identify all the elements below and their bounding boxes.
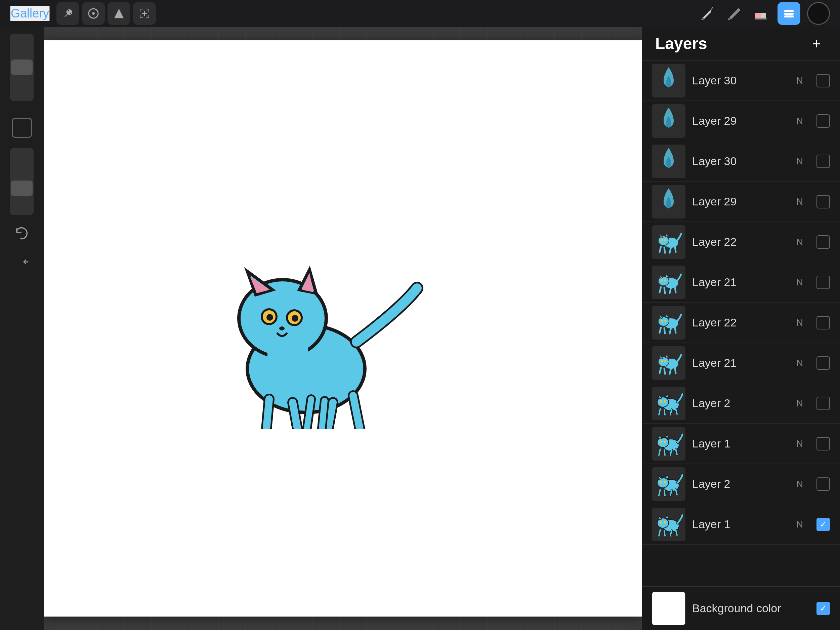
layer-item[interactable]: Layer 30 N: [642, 60, 840, 101]
layer-visibility-checkbox[interactable]: [816, 155, 830, 168]
layer-item[interactable]: Layer 1 N: [642, 504, 840, 545]
brush-size-slider[interactable]: [10, 33, 33, 101]
svg-point-75: [657, 437, 669, 448]
eraser-tool-button[interactable]: [751, 3, 771, 24]
layer-name: Layer 29: [692, 195, 789, 208]
svg-point-101: [664, 481, 666, 483]
layer-blend-mode: N: [796, 277, 803, 288]
left-sidebar: [0, 27, 44, 630]
svg-rect-14: [267, 342, 308, 369]
layers-header: Layers +: [642, 27, 840, 60]
layer-visibility-checkbox[interactable]: [816, 397, 830, 410]
color-picker-button[interactable]: [807, 2, 830, 25]
svg-point-48: [661, 320, 663, 322]
background-color-row[interactable]: Background color: [642, 586, 840, 630]
layer-blend-mode: N: [796, 398, 803, 409]
layer-thumbnail: [652, 427, 685, 461]
layer-visibility-toggle[interactable]: [12, 118, 32, 138]
opacity-slider[interactable]: [10, 148, 33, 215]
layer-visibility-checkbox[interactable]: [816, 74, 830, 87]
layer-name: Layer 22: [692, 235, 789, 249]
layer-item[interactable]: Layer 29 N: [642, 101, 840, 141]
svg-rect-3: [755, 13, 761, 19]
svg-point-31: [658, 276, 669, 286]
svg-point-16: [267, 314, 273, 321]
eraser-icon: [753, 6, 768, 21]
adjustments-icon: [87, 7, 99, 19]
background-color-label: Background color: [692, 602, 810, 615]
selection-button[interactable]: [107, 2, 130, 25]
add-layer-button[interactable]: +: [807, 33, 827, 54]
layers-panel-button[interactable]: [777, 2, 801, 25]
layer-blend-mode: N: [796, 519, 803, 530]
background-color-checkbox[interactable]: [816, 602, 830, 615]
layer-name: Layer 2: [692, 397, 789, 410]
layer-item[interactable]: Layer 30 N: [642, 141, 840, 182]
svg-marker-76: [658, 435, 662, 439]
layer-thumbnail: [652, 346, 685, 380]
transform-button[interactable]: [133, 2, 156, 25]
svg-point-86: [660, 440, 662, 443]
layer-visibility-checkbox[interactable]: [816, 477, 830, 491]
svg-point-89: [657, 478, 669, 488]
svg-marker-23: [666, 233, 668, 237]
redo-button[interactable]: [14, 252, 29, 270]
layer-item[interactable]: Layer 21 N: [642, 262, 840, 302]
layer-thumbnail: [652, 225, 685, 259]
layer-item[interactable]: Layer 2 N: [642, 383, 840, 424]
layers-panel: Layers + Layer 30 N Layer 29 N Layer 30 …: [642, 27, 840, 630]
svg-marker-43: [666, 314, 668, 317]
brush-icon: [699, 6, 714, 21]
layer-visibility-checkbox[interactable]: [816, 235, 830, 249]
svg-line-35: [664, 288, 665, 293]
layer-name: Layer 21: [692, 275, 789, 289]
layer-thumbnail: [652, 104, 685, 138]
layer-item[interactable]: Layer 29 N: [642, 182, 840, 222]
layer-name: Layer 2: [692, 477, 789, 491]
layer-item[interactable]: Layer 22 N: [642, 222, 840, 262]
selection-icon: [113, 7, 125, 19]
brush-tool-button[interactable]: [697, 3, 717, 24]
layer-blend-mode: N: [796, 196, 803, 207]
layer-visibility-checkbox[interactable]: [816, 275, 830, 289]
transform-icon: [139, 7, 150, 19]
svg-marker-104: [658, 516, 662, 520]
layer-visibility-checkbox[interactable]: [816, 518, 830, 531]
gallery-button[interactable]: Gallery: [10, 6, 50, 21]
smudge-tool-button[interactable]: [724, 3, 744, 24]
layer-item[interactable]: Layer 22 N: [642, 302, 840, 343]
layer-visibility-checkbox[interactable]: [816, 114, 830, 128]
adjustments-button[interactable]: [82, 2, 105, 25]
svg-line-67: [664, 410, 665, 415]
layer-visibility-checkbox[interactable]: [816, 316, 830, 329]
smudge-icon: [726, 6, 741, 21]
svg-line-109: [664, 530, 665, 536]
undo-button[interactable]: [13, 225, 30, 245]
layer-item[interactable]: Layer 2 N: [642, 464, 840, 504]
layer-name: Layer 22: [692, 316, 789, 329]
layer-blend-mode: N: [796, 317, 803, 328]
svg-rect-6: [784, 13, 794, 15]
layer-thumbnail: [652, 386, 685, 420]
layer-thumbnail: [652, 467, 685, 501]
layer-thumbnail: [652, 144, 685, 178]
layer-visibility-checkbox[interactable]: [816, 195, 830, 209]
svg-point-38: [661, 279, 663, 282]
settings-button[interactable]: [57, 2, 79, 25]
svg-point-21: [658, 236, 669, 245]
svg-rect-5: [784, 10, 794, 12]
svg-point-41: [658, 317, 669, 326]
layer-visibility-checkbox[interactable]: [816, 356, 830, 370]
svg-rect-4: [755, 18, 767, 19]
layer-visibility-checkbox[interactable]: [816, 437, 830, 451]
svg-line-44: [660, 328, 661, 333]
svg-point-19: [279, 326, 284, 331]
layer-item[interactable]: Layer 1 N: [642, 424, 840, 464]
layer-item[interactable]: Layer 21 N: [642, 343, 840, 383]
svg-line-27: [675, 247, 676, 252]
svg-point-1: [701, 18, 704, 20]
svg-line-54: [660, 368, 661, 373]
canvas-paper[interactable]: [44, 40, 642, 617]
svg-point-28: [661, 239, 663, 241]
layer-blend-mode: N: [796, 116, 803, 127]
